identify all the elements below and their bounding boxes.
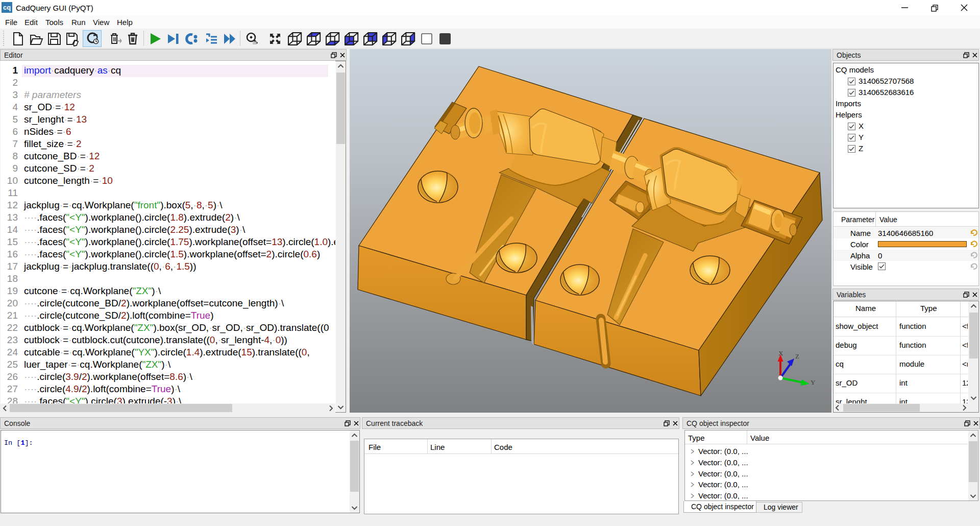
svg-text:Y: Y xyxy=(811,378,816,386)
svg-text:X: X xyxy=(778,349,783,357)
svg-text:Z: Z xyxy=(795,352,799,360)
